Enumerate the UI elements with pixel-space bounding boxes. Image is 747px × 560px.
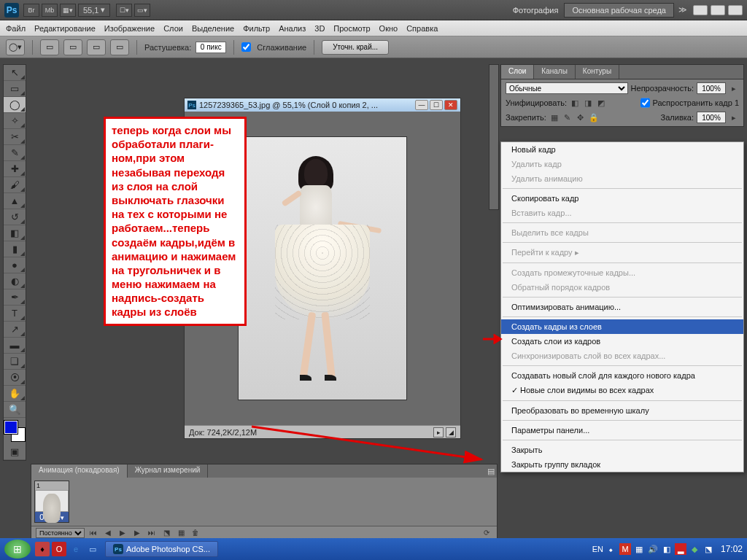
quicklaunch-icon[interactable]: ♦ <box>35 542 50 556</box>
arrange-button[interactable]: ☐▾ <box>116 4 132 17</box>
delete-frame-button[interactable]: 🗑 <box>190 528 201 538</box>
new-frame-button[interactable]: ▦ <box>175 528 187 538</box>
workspace-button[interactable]: Основная рабочая среда <box>564 3 674 18</box>
chevron-right-icon[interactable]: ▸ <box>729 83 739 93</box>
zoom-display[interactable]: 55,1 ▾ <box>78 4 110 17</box>
tab-measurements[interactable]: Журнал измерений <box>128 464 209 478</box>
menu-item[interactable]: Создать кадры из слоев <box>501 319 743 334</box>
selection-subtract-icon[interactable]: ▭ <box>87 39 106 55</box>
eyedropper-tool[interactable]: ✎ <box>4 145 26 161</box>
tween-button[interactable]: ⬔ <box>160 528 172 538</box>
crop-tool[interactable]: ✂ <box>4 129 26 145</box>
menu-analysis[interactable]: Анализ <box>279 24 306 33</box>
convert-timeline-button[interactable]: ⟳ <box>481 528 492 538</box>
tab-paths[interactable]: Контуры <box>576 65 619 79</box>
move-tool[interactable]: ↖ <box>4 65 26 81</box>
3d-tool[interactable]: ❏ <box>4 354 26 370</box>
quicklaunch-opera-icon[interactable]: O <box>52 542 66 556</box>
unify-position-icon[interactable]: ◧ <box>570 98 580 108</box>
eraser-tool[interactable]: ◧ <box>4 225 26 241</box>
minimize-button[interactable]: — <box>693 5 708 15</box>
play-button[interactable]: ▶ <box>117 528 128 538</box>
maximize-button[interactable]: ☐ <box>711 5 725 15</box>
menu-item[interactable]: Оптимизировать анимацию... <box>501 300 743 314</box>
workspace-more-icon[interactable]: ≫ <box>678 5 687 15</box>
menu-view[interactable]: Просмотр <box>333 24 370 33</box>
3d-camera-tool[interactable]: ⦿ <box>4 370 26 386</box>
marquee-tool[interactable]: ▭ <box>4 81 26 97</box>
quicklaunch-ie-icon[interactable]: e <box>69 542 83 556</box>
menu-image[interactable]: Изображение <box>104 24 155 33</box>
menu-item[interactable]: Параметры панели... <box>501 423 743 438</box>
menu-item[interactable]: Закрыть группу вкладок <box>501 457 743 472</box>
clock[interactable]: 17:02 <box>721 544 743 554</box>
hand-tool[interactable]: ✋ <box>4 386 26 402</box>
selection-new-icon[interactable]: ▭ <box>40 39 59 55</box>
quicklaunch-desktop-icon[interactable]: ▭ <box>85 542 100 556</box>
menu-3d[interactable]: 3D <box>314 24 325 33</box>
doc-maximize-button[interactable]: ☐ <box>430 100 443 110</box>
doc-minimize-button[interactable]: — <box>415 100 428 110</box>
menu-item[interactable]: Новый кадр <box>501 142 743 157</box>
menu-layers[interactable]: Слои <box>163 24 183 33</box>
panel-menu-icon[interactable]: ▤ <box>485 464 497 478</box>
next-frame-button[interactable]: ▶ <box>131 528 143 538</box>
antialias-checkbox[interactable] <box>241 42 251 52</box>
screen-mode-button[interactable]: ▭▾ <box>134 4 150 17</box>
tray-icon[interactable]: ⬔ <box>703 543 714 555</box>
unify-style-icon[interactable]: ◩ <box>596 98 606 108</box>
menu-file[interactable]: Файл <box>6 24 26 33</box>
current-tool-icon[interactable]: ◯▾ <box>6 39 25 55</box>
animation-frame[interactable]: 1 0 сек.▾ <box>34 481 69 523</box>
opacity-input[interactable] <box>697 82 726 94</box>
tray-volume-icon[interactable]: 🔊 <box>647 543 659 555</box>
tab-channels[interactable]: Каналы <box>534 65 576 79</box>
tray-icon[interactable]: ▦ <box>633 543 645 555</box>
mini-bridge-button[interactable]: Mb <box>42 4 58 17</box>
menu-edit[interactable]: Редактирование <box>34 24 96 33</box>
view-extras-button[interactable]: ▦▾ <box>60 4 76 17</box>
collapsed-panel-strip[interactable] <box>489 64 499 210</box>
pen-tool[interactable]: ✒ <box>4 289 26 306</box>
stamp-tool[interactable]: ▲ <box>4 193 26 209</box>
tab-layers[interactable]: Слои <box>501 65 534 79</box>
blend-mode-select[interactable]: Обычные <box>506 82 628 94</box>
chevron-right-icon[interactable]: ▸ <box>729 112 739 122</box>
menu-filter[interactable]: Фильтр <box>243 24 270 33</box>
prev-frame-button[interactable]: ◀ <box>102 528 114 538</box>
document-titlebar[interactable]: Ps 1257239365_53.jpg @ 55,1% (Слой 0 коп… <box>185 98 460 112</box>
tab-animation[interactable]: Анимация (покадровая) <box>31 464 128 478</box>
menu-help[interactable]: Справка <box>406 24 438 33</box>
close-button[interactable]: ✕ <box>728 5 743 15</box>
menu-item[interactable]: ✓ Новые слои видимы во всех кадрах <box>501 383 743 398</box>
history-brush-tool[interactable]: ↺ <box>4 209 26 225</box>
lock-move-icon[interactable]: ✥ <box>576 112 586 122</box>
brush-tool[interactable]: 🖌 <box>4 177 26 193</box>
type-tool[interactable]: T <box>4 306 26 322</box>
zoom-tool[interactable]: 🔍 <box>4 402 26 418</box>
menu-item[interactable]: Закрыть <box>501 443 743 457</box>
menu-item[interactable]: Создавать новый слой для каждого нового … <box>501 368 743 383</box>
path-tool[interactable]: ↗ <box>4 322 26 338</box>
shape-tool[interactable]: ▬ <box>4 338 26 354</box>
unify-visibility-icon[interactable]: ◨ <box>583 98 593 108</box>
menu-item[interactable]: Преобразовать во временную шкалу <box>501 403 743 418</box>
wand-tool[interactable]: ✧ <box>4 113 26 129</box>
tray-icon[interactable]: ⬥ <box>605 543 617 555</box>
gradient-tool[interactable]: ▮ <box>4 241 26 257</box>
lock-all-icon[interactable]: 🔒 <box>589 112 599 122</box>
tray-avira-icon[interactable]: ▂ <box>675 543 686 555</box>
tray-icon[interactable]: ◧ <box>661 543 673 555</box>
propagate-checkbox[interactable] <box>640 97 650 109</box>
menu-item[interactable]: Создать слои из кадров <box>501 334 743 349</box>
healing-tool[interactable]: ✚ <box>4 161 26 177</box>
quickmask-toggle[interactable]: ▣ <box>4 444 26 460</box>
loop-select[interactable]: Постоянно <box>36 528 85 538</box>
menu-item[interactable]: Скопировать кадр <box>501 191 743 206</box>
lasso-tool[interactable]: ◯ <box>4 97 26 113</box>
first-frame-button[interactable]: ⏮ <box>88 528 99 538</box>
taskbar-app-button[interactable]: Ps Adobe Photoshop CS... <box>105 541 218 557</box>
fill-input[interactable] <box>697 112 726 123</box>
refine-edge-button[interactable]: Уточн. край... <box>322 40 389 55</box>
selection-add-icon[interactable]: ▭ <box>63 39 82 55</box>
